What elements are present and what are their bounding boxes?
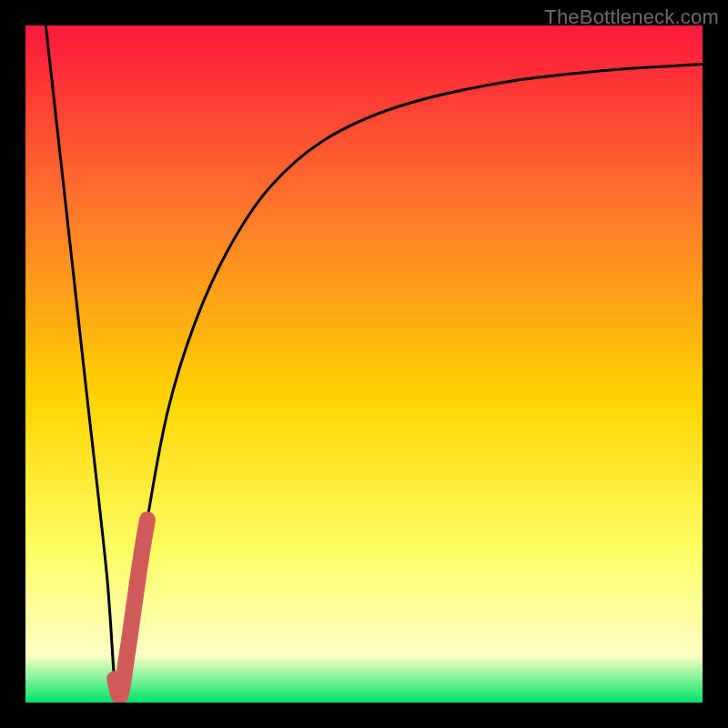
plot-area: [25, 25, 703, 703]
watermark-text: TheBottleneck.com: [544, 5, 719, 29]
chart-frame: TheBottleneck.com: [0, 0, 728, 728]
plot-svg: [25, 25, 703, 703]
